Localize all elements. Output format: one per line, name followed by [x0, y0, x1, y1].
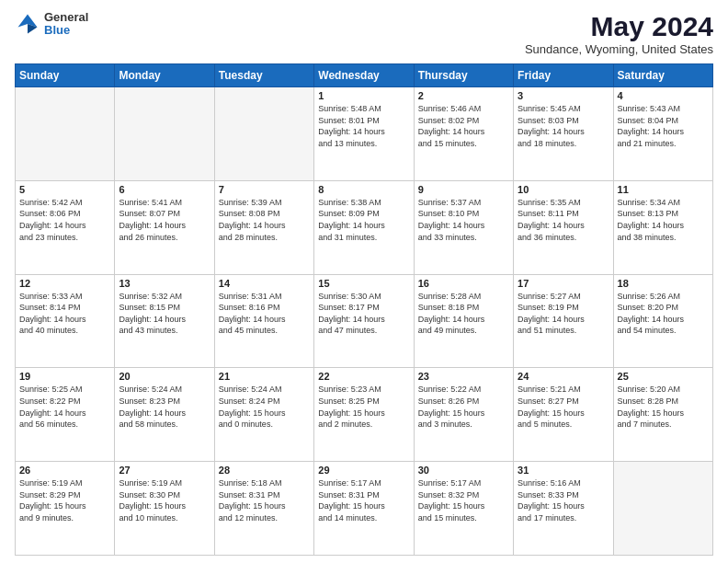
day-number: 6	[119, 184, 210, 195]
day-number: 23	[418, 371, 509, 382]
day-info: Sunrise: 5:23 AM Sunset: 8:25 PM Dayligh…	[318, 384, 409, 430]
table-row: 22Sunrise: 5:23 AM Sunset: 8:25 PM Dayli…	[314, 368, 414, 462]
calendar-week-row: 5Sunrise: 5:42 AM Sunset: 8:06 PM Daylig…	[16, 180, 713, 274]
day-info: Sunrise: 5:26 AM Sunset: 8:20 PM Dayligh…	[618, 291, 709, 337]
location-subtitle: Sundance, Wyoming, United States	[525, 42, 713, 56]
table-row: 25Sunrise: 5:20 AM Sunset: 8:28 PM Dayli…	[613, 368, 712, 462]
day-info: Sunrise: 5:46 AM Sunset: 8:02 PM Dayligh…	[418, 103, 509, 149]
table-row: 18Sunrise: 5:26 AM Sunset: 8:20 PM Dayli…	[613, 274, 712, 368]
day-number: 10	[518, 184, 609, 195]
day-info: Sunrise: 5:28 AM Sunset: 8:18 PM Dayligh…	[418, 291, 509, 337]
page: General Blue May 2024 Sundance, Wyoming,…	[0, 0, 728, 563]
table-row: 17Sunrise: 5:27 AM Sunset: 8:19 PM Dayli…	[514, 274, 613, 368]
day-info: Sunrise: 5:42 AM Sunset: 8:06 PM Dayligh…	[19, 197, 110, 243]
col-tuesday: Tuesday	[214, 64, 313, 87]
day-number: 24	[518, 371, 609, 382]
table-row: 27Sunrise: 5:19 AM Sunset: 8:30 PM Dayli…	[115, 462, 214, 556]
calendar-week-row: 12Sunrise: 5:33 AM Sunset: 8:14 PM Dayli…	[16, 274, 713, 368]
day-info: Sunrise: 5:22 AM Sunset: 8:26 PM Dayligh…	[418, 384, 509, 430]
day-info: Sunrise: 5:16 AM Sunset: 8:33 PM Dayligh…	[518, 477, 609, 523]
day-number: 5	[19, 184, 110, 195]
table-row: 30Sunrise: 5:17 AM Sunset: 8:32 PM Dayli…	[414, 462, 513, 556]
table-row: 8Sunrise: 5:38 AM Sunset: 8:09 PM Daylig…	[314, 180, 414, 274]
table-row: 20Sunrise: 5:24 AM Sunset: 8:23 PM Dayli…	[115, 368, 214, 462]
day-info: Sunrise: 5:33 AM Sunset: 8:14 PM Dayligh…	[19, 291, 110, 337]
day-info: Sunrise: 5:27 AM Sunset: 8:19 PM Dayligh…	[518, 291, 609, 337]
day-number: 9	[418, 184, 509, 195]
day-number: 29	[318, 465, 409, 476]
table-row: 13Sunrise: 5:32 AM Sunset: 8:15 PM Dayli…	[115, 274, 214, 368]
table-row: 7Sunrise: 5:39 AM Sunset: 8:08 PM Daylig…	[214, 180, 313, 274]
table-row: 31Sunrise: 5:16 AM Sunset: 8:33 PM Dayli…	[514, 462, 613, 556]
day-info: Sunrise: 5:19 AM Sunset: 8:29 PM Dayligh…	[19, 477, 110, 523]
table-row: 28Sunrise: 5:18 AM Sunset: 8:31 PM Dayli…	[214, 462, 313, 556]
day-number: 27	[119, 465, 210, 476]
day-info: Sunrise: 5:31 AM Sunset: 8:16 PM Dayligh…	[219, 291, 310, 337]
table-row: 23Sunrise: 5:22 AM Sunset: 8:26 PM Dayli…	[414, 368, 513, 462]
table-row	[613, 462, 712, 556]
table-row: 6Sunrise: 5:41 AM Sunset: 8:07 PM Daylig…	[115, 180, 214, 274]
table-row: 29Sunrise: 5:17 AM Sunset: 8:31 PM Dayli…	[314, 462, 414, 556]
day-number: 19	[19, 371, 110, 382]
day-number: 2	[418, 90, 509, 101]
day-info: Sunrise: 5:24 AM Sunset: 8:24 PM Dayligh…	[219, 384, 310, 430]
logo-text: General Blue	[44, 11, 88, 38]
table-row: 9Sunrise: 5:37 AM Sunset: 8:10 PM Daylig…	[414, 180, 513, 274]
calendar-week-row: 19Sunrise: 5:25 AM Sunset: 8:22 PM Dayli…	[16, 368, 713, 462]
table-row: 10Sunrise: 5:35 AM Sunset: 8:11 PM Dayli…	[514, 180, 613, 274]
day-number: 4	[618, 90, 709, 101]
logo-blue-text: Blue	[44, 24, 88, 37]
col-wednesday: Wednesday	[314, 64, 414, 87]
day-info: Sunrise: 5:41 AM Sunset: 8:07 PM Dayligh…	[119, 197, 210, 243]
day-number: 12	[19, 278, 110, 289]
header: General Blue May 2024 Sundance, Wyoming,…	[15, 11, 713, 56]
day-info: Sunrise: 5:18 AM Sunset: 8:31 PM Dayligh…	[219, 477, 310, 523]
day-info: Sunrise: 5:48 AM Sunset: 8:01 PM Dayligh…	[318, 103, 409, 149]
table-row: 19Sunrise: 5:25 AM Sunset: 8:22 PM Dayli…	[16, 368, 115, 462]
day-number: 28	[219, 465, 310, 476]
table-row	[16, 87, 115, 181]
table-row	[214, 87, 313, 181]
calendar-week-row: 26Sunrise: 5:19 AM Sunset: 8:29 PM Dayli…	[16, 462, 713, 556]
day-info: Sunrise: 5:34 AM Sunset: 8:13 PM Dayligh…	[618, 197, 709, 243]
day-number: 15	[318, 278, 409, 289]
table-row: 15Sunrise: 5:30 AM Sunset: 8:17 PM Dayli…	[314, 274, 414, 368]
table-row: 1Sunrise: 5:48 AM Sunset: 8:01 PM Daylig…	[314, 87, 414, 181]
day-number: 14	[219, 278, 310, 289]
day-number: 17	[518, 278, 609, 289]
table-row: 24Sunrise: 5:21 AM Sunset: 8:27 PM Dayli…	[514, 368, 613, 462]
day-info: Sunrise: 5:43 AM Sunset: 8:04 PM Dayligh…	[618, 103, 709, 149]
calendar-table: Sunday Monday Tuesday Wednesday Thursday…	[15, 63, 713, 556]
day-info: Sunrise: 5:21 AM Sunset: 8:27 PM Dayligh…	[518, 384, 609, 430]
table-row: 14Sunrise: 5:31 AM Sunset: 8:16 PM Dayli…	[214, 274, 313, 368]
table-row: 2Sunrise: 5:46 AM Sunset: 8:02 PM Daylig…	[414, 87, 513, 181]
day-number: 11	[618, 184, 709, 195]
table-row: 5Sunrise: 5:42 AM Sunset: 8:06 PM Daylig…	[16, 180, 115, 274]
logo-icon	[15, 11, 40, 37]
day-number: 25	[618, 371, 709, 382]
col-sunday: Sunday	[16, 64, 115, 87]
day-info: Sunrise: 5:17 AM Sunset: 8:32 PM Dayligh…	[418, 477, 509, 523]
table-row: 11Sunrise: 5:34 AM Sunset: 8:13 PM Dayli…	[613, 180, 712, 274]
day-info: Sunrise: 5:30 AM Sunset: 8:17 PM Dayligh…	[318, 291, 409, 337]
table-row: 3Sunrise: 5:45 AM Sunset: 8:03 PM Daylig…	[514, 87, 613, 181]
day-number: 21	[219, 371, 310, 382]
day-number: 7	[219, 184, 310, 195]
day-number: 30	[418, 465, 509, 476]
title-block: May 2024 Sundance, Wyoming, United State…	[525, 11, 713, 56]
table-row: 16Sunrise: 5:28 AM Sunset: 8:18 PM Dayli…	[414, 274, 513, 368]
col-friday: Friday	[514, 64, 613, 87]
col-thursday: Thursday	[414, 64, 513, 87]
weekday-header-row: Sunday Monday Tuesday Wednesday Thursday…	[16, 64, 713, 87]
day-info: Sunrise: 5:19 AM Sunset: 8:30 PM Dayligh…	[119, 477, 210, 523]
day-number: 13	[119, 278, 210, 289]
day-number: 16	[418, 278, 509, 289]
day-info: Sunrise: 5:35 AM Sunset: 8:11 PM Dayligh…	[518, 197, 609, 243]
table-row: 4Sunrise: 5:43 AM Sunset: 8:04 PM Daylig…	[613, 87, 712, 181]
day-info: Sunrise: 5:37 AM Sunset: 8:10 PM Dayligh…	[418, 197, 509, 243]
day-info: Sunrise: 5:45 AM Sunset: 8:03 PM Dayligh…	[518, 103, 609, 149]
table-row: 12Sunrise: 5:33 AM Sunset: 8:14 PM Dayli…	[16, 274, 115, 368]
table-row: 26Sunrise: 5:19 AM Sunset: 8:29 PM Dayli…	[16, 462, 115, 556]
table-row: 21Sunrise: 5:24 AM Sunset: 8:24 PM Dayli…	[214, 368, 313, 462]
month-title: May 2024	[525, 11, 713, 42]
